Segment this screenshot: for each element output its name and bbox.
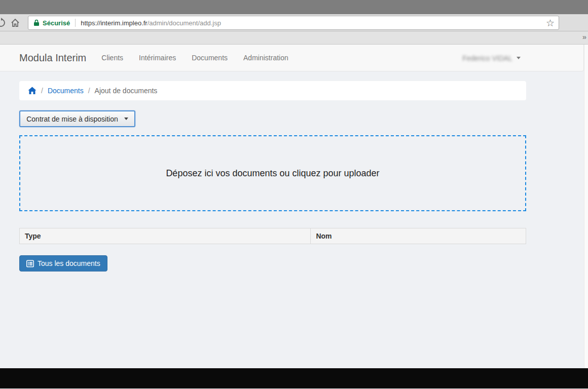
url-domain: https://interim.impleo.fr [81, 19, 148, 27]
page-content: / Documents / Ajout de documents Contrat… [19, 81, 526, 271]
reload-icon[interactable] [0, 16, 8, 29]
column-header-type: Type [20, 228, 311, 244]
breadcrumb-separator: / [41, 87, 43, 95]
home-icon[interactable] [9, 16, 22, 29]
all-documents-label: Tous les documents [38, 259, 100, 267]
list-alt-icon [26, 260, 34, 267]
browser-window: Sécurisé https://interim.impleo.fr /admi… [0, 0, 588, 389]
page-viewport: Modula Interim Clients Intérimaires Docu… [0, 45, 588, 368]
breadcrumb-current: Ajout de documents [95, 87, 158, 95]
brand-title[interactable]: Modula Interim [19, 52, 86, 64]
lock-icon [33, 19, 40, 26]
address-bar[interactable]: Sécurisé https://interim.impleo.fr /admi… [28, 16, 559, 30]
bookmarks-bar: » [0, 31, 588, 45]
documents-table: Type Nom [19, 228, 526, 244]
bookmark-star-icon[interactable]: ☆ [546, 18, 555, 28]
user-menu[interactable]: Federico VIDAL [462, 45, 521, 71]
chevron-down-icon [517, 57, 521, 59]
browser-toolbar: Sécurisé https://interim.impleo.fr /admi… [0, 14, 588, 31]
breadcrumb-home-icon[interactable] [28, 87, 36, 95]
url-divider [75, 19, 76, 27]
scrollbar-track[interactable] [584, 45, 588, 368]
dropzone-message: Déposez ici vos documents ou cliquez pou… [166, 168, 379, 179]
breadcrumb-separator: / [88, 87, 90, 95]
bottom-black-bar [0, 368, 588, 388]
document-type-selected: Contrat de mise à disposition [26, 115, 118, 123]
nav-item-administration[interactable]: Administration [243, 54, 288, 62]
nav-item-interimaires[interactable]: Intérimaires [139, 54, 176, 62]
url-path: /admin/document/add.jsp [148, 19, 221, 27]
column-header-nom: Nom [311, 228, 526, 244]
user-name: Federico VIDAL [462, 54, 512, 62]
app-navbar: Modula Interim Clients Intérimaires Docu… [0, 45, 584, 71]
upload-dropzone[interactable]: Déposez ici vos documents ou cliquez pou… [19, 135, 526, 211]
nav-item-documents[interactable]: Documents [192, 54, 228, 62]
all-documents-button[interactable]: Tous les documents [19, 255, 107, 271]
breadcrumb: / Documents / Ajout de documents [19, 81, 526, 100]
table-header-row: Type Nom [20, 228, 526, 244]
chevron-down-icon [124, 118, 128, 120]
window-titlebar [0, 0, 588, 14]
bookmarks-overflow-icon[interactable]: » [582, 32, 585, 41]
breadcrumb-link-documents[interactable]: Documents [48, 87, 84, 95]
security-label: Sécurisé [43, 19, 70, 27]
document-type-dropdown[interactable]: Contrat de mise à disposition [19, 110, 135, 127]
nav-item-clients[interactable]: Clients [101, 54, 123, 62]
